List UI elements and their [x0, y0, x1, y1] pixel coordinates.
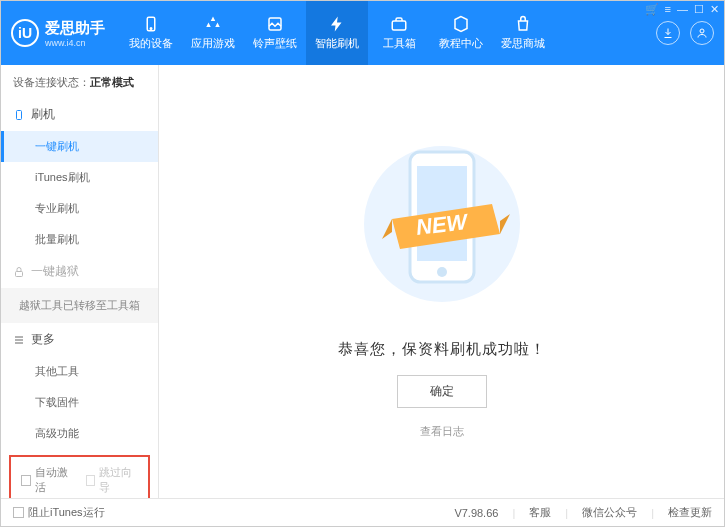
svg-point-1	[150, 28, 152, 30]
section-more[interactable]: 更多	[1, 323, 158, 356]
list-icon	[13, 334, 25, 346]
sidebar: 设备连接状态：正常模式 刷机 一键刷机 iTunes刷机 专业刷机 批量刷机 一…	[1, 65, 159, 498]
app-name: 爱思助手	[45, 19, 105, 38]
nav-flash[interactable]: 智能刷机	[306, 1, 368, 65]
device-icon	[142, 15, 160, 33]
sidebar-item-pro[interactable]: 专业刷机	[1, 193, 158, 224]
checkbox-block-itunes[interactable]: 阻止iTunes运行	[13, 505, 105, 520]
chk-label: 自动激活	[35, 465, 74, 495]
success-illustration: NEW	[362, 124, 522, 324]
nav-media[interactable]: 铃声壁纸	[244, 1, 306, 65]
conn-value: 正常模式	[90, 76, 134, 88]
app-url: www.i4.cn	[45, 38, 105, 48]
version-label: V7.98.66	[454, 507, 498, 519]
apps-icon	[204, 15, 222, 33]
nav-label: 工具箱	[383, 36, 416, 51]
nav-apps[interactable]: 应用游戏	[182, 1, 244, 65]
connection-status: 设备连接状态：正常模式	[1, 65, 158, 98]
nav-shop[interactable]: 爱思商城	[492, 1, 554, 65]
wechat-link[interactable]: 微信公众号	[582, 505, 637, 520]
jailbreak-note: 越狱工具已转移至工具箱	[1, 288, 158, 323]
view-log-link[interactable]: 查看日志	[420, 424, 464, 439]
section-jailbreak[interactable]: 一键越狱	[1, 255, 158, 288]
sidebar-item-advanced[interactable]: 高级功能	[1, 418, 158, 449]
main-panel: NEW 恭喜您，保资料刷机成功啦！ 确定 查看日志	[159, 65, 724, 498]
nav-label: 爱思商城	[501, 36, 545, 51]
nav-label: 智能刷机	[315, 36, 359, 51]
checkbox-auto-activate[interactable]: 自动激活	[21, 465, 74, 495]
cart-icon[interactable]: 🛒	[645, 3, 659, 16]
sidebar-item-itunes[interactable]: iTunes刷机	[1, 162, 158, 193]
nav-device[interactable]: 我的设备	[120, 1, 182, 65]
nav-label: 我的设备	[129, 36, 173, 51]
phone-icon	[13, 109, 25, 121]
service-link[interactable]: 客服	[529, 505, 551, 520]
minimize-icon[interactable]: —	[677, 3, 688, 16]
top-nav: 我的设备 应用游戏 铃声壁纸 智能刷机 工具箱 教程中心 爱思商城	[120, 1, 554, 65]
sidebar-item-other[interactable]: 其他工具	[1, 356, 158, 387]
nav-tools[interactable]: 工具箱	[368, 1, 430, 65]
sidebar-item-oneclick[interactable]: 一键刷机	[1, 131, 158, 162]
tools-icon	[390, 15, 408, 33]
success-message: 恭喜您，保资料刷机成功啦！	[338, 340, 546, 359]
shop-icon	[514, 15, 532, 33]
section-label: 更多	[31, 331, 55, 348]
nav-label: 铃声壁纸	[253, 36, 297, 51]
options-row: 自动激活 跳过向导	[9, 455, 150, 498]
flash-icon	[328, 15, 346, 33]
update-link[interactable]: 检查更新	[668, 505, 712, 520]
menu-icon[interactable]: ≡	[665, 3, 671, 16]
section-label: 一键越狱	[31, 263, 79, 280]
sidebar-item-batch[interactable]: 批量刷机	[1, 224, 158, 255]
ok-button[interactable]: 确定	[397, 375, 487, 408]
help-icon	[452, 15, 470, 33]
lock-icon	[13, 266, 25, 278]
checkbox-skip-guide[interactable]: 跳过向导	[86, 465, 139, 495]
media-icon	[266, 15, 284, 33]
close-icon[interactable]: ✕	[710, 3, 719, 16]
nav-label: 教程中心	[439, 36, 483, 51]
svg-point-11	[437, 267, 447, 277]
chk-label: 阻止iTunes运行	[28, 505, 105, 520]
download-icon	[662, 27, 674, 39]
svg-rect-5	[17, 110, 22, 119]
chk-label: 跳过向导	[99, 465, 138, 495]
footer-bar: 阻止iTunes运行 V7.98.66 | 客服 | 微信公众号 | 检查更新	[1, 498, 724, 526]
logo-icon: iU	[11, 19, 39, 47]
svg-point-4	[700, 29, 704, 33]
sidebar-item-firmware[interactable]: 下载固件	[1, 387, 158, 418]
logo: iU 爱思助手 www.i4.cn	[11, 19, 105, 48]
header-bar: iU 爱思助手 www.i4.cn 我的设备 应用游戏 铃声壁纸 智能刷机 工具…	[1, 1, 724, 65]
section-flash[interactable]: 刷机	[1, 98, 158, 131]
user-icon	[696, 27, 708, 39]
nav-label: 应用游戏	[191, 36, 235, 51]
user-button[interactable]	[690, 21, 714, 45]
conn-prefix: 设备连接状态：	[13, 76, 90, 88]
download-button[interactable]	[656, 21, 680, 45]
svg-rect-6	[16, 271, 23, 276]
svg-rect-3	[392, 21, 406, 30]
nav-help[interactable]: 教程中心	[430, 1, 492, 65]
section-label: 刷机	[31, 106, 55, 123]
maximize-icon[interactable]: ☐	[694, 3, 704, 16]
